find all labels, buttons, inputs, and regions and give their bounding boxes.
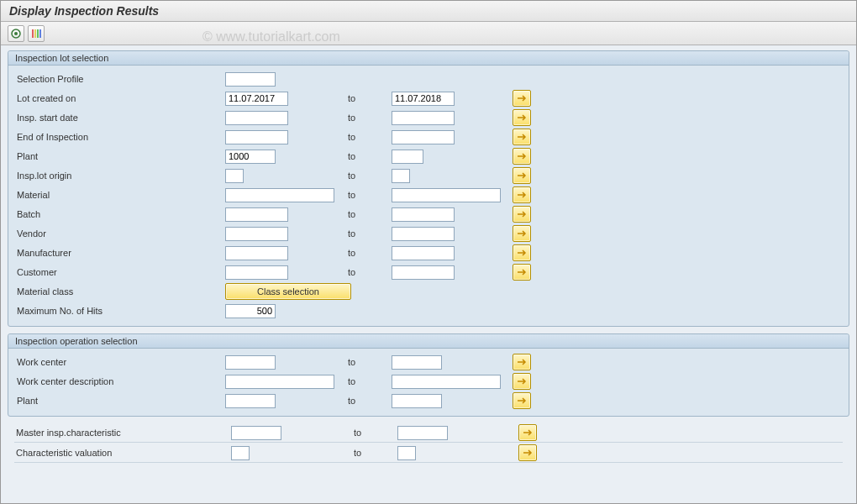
label: Maximum No. of Hits <box>15 306 225 316</box>
char-valuation-from-input[interactable] <box>231 446 250 460</box>
insp-start-from-input[interactable] <box>225 111 288 125</box>
multiple-selection-button[interactable] <box>513 148 531 165</box>
row-customer: Customer to <box>15 263 842 281</box>
to-label: to <box>343 357 392 367</box>
label: Work center description <box>15 376 225 386</box>
selection-profile-input[interactable] <box>225 72 276 87</box>
lot-origin-from-input[interactable] <box>225 169 244 183</box>
flat-rows: Master insp.characteristic to Characteri… <box>8 423 849 463</box>
label: Selection Profile <box>15 74 225 84</box>
to-label: to <box>343 248 392 258</box>
manufacturer-from-input[interactable] <box>225 246 288 260</box>
row-max-hits: Maximum No. of Hits <box>15 302 842 320</box>
group-inspection-lot-selection: Inspection lot selection Selection Profi… <box>8 50 849 327</box>
label: Customer <box>15 267 225 277</box>
row-selection-profile: Selection Profile <box>15 70 842 88</box>
class-selection-button[interactable]: Class selection <box>225 283 351 300</box>
row-end-of-insp: End of Inspection to <box>15 128 842 146</box>
batch-to-input[interactable] <box>392 207 455 222</box>
to-label: to <box>343 228 392 239</box>
label: Material class <box>15 286 225 297</box>
customer-from-input[interactable] <box>225 265 288 280</box>
label: Master insp.characteristic <box>14 428 231 438</box>
multiple-selection-button[interactable] <box>513 167 531 184</box>
lot-created-from-input[interactable] <box>225 92 288 106</box>
row-plant: Plant to <box>15 147 842 165</box>
multiple-selection-button[interactable] <box>513 90 531 107</box>
multiple-selection-button[interactable] <box>518 444 537 461</box>
row-lot-created: Lot created on to <box>15 89 842 108</box>
lot-created-to-input[interactable] <box>392 92 455 106</box>
multiple-selection-button[interactable] <box>513 244 531 261</box>
toolbar <box>1 22 856 45</box>
to-label: to <box>343 190 392 200</box>
multiple-selection-button[interactable] <box>513 264 531 281</box>
end-of-insp-to-input[interactable] <box>392 130 455 144</box>
char-valuation-to-input[interactable] <box>397 446 416 460</box>
multiple-selection-button[interactable] <box>513 373 531 390</box>
row-char-valuation: Characteristic valuation to <box>14 444 843 463</box>
label: Material <box>15 190 225 200</box>
group-title: Inspection operation selection <box>8 334 849 349</box>
execute-button[interactable] <box>8 25 24 42</box>
svg-rect-5 <box>39 29 41 38</box>
plant-from-input[interactable] <box>225 150 276 164</box>
material-from-input[interactable] <box>225 188 334 202</box>
label: Work center <box>15 357 225 367</box>
master-char-from-input[interactable] <box>231 426 281 440</box>
batch-from-input[interactable] <box>225 207 288 222</box>
group-title: Inspection lot selection <box>8 51 849 66</box>
vendor-from-input[interactable] <box>225 227 288 241</box>
end-of-insp-from-input[interactable] <box>225 130 288 144</box>
to-label: to <box>343 396 392 406</box>
multiple-selection-button[interactable] <box>513 109 531 126</box>
multiple-selection-button[interactable] <box>518 424 537 441</box>
work-center-desc-from-input[interactable] <box>225 375 334 389</box>
multiple-selection-button[interactable] <box>513 206 531 223</box>
row-material-class: Material class Class selection <box>15 282 842 301</box>
vendor-to-input[interactable] <box>392 227 455 241</box>
row-master-char: Master insp.characteristic to <box>14 423 843 443</box>
multiple-selection-button[interactable] <box>513 129 531 145</box>
to-label: to <box>343 376 392 386</box>
to-label: to <box>343 151 392 161</box>
page-title: Display Inspection Results <box>1 1 856 22</box>
label: End of Inspection <box>15 132 225 142</box>
insp-start-to-input[interactable] <box>392 111 455 125</box>
customer-to-input[interactable] <box>392 265 455 280</box>
multiple-selection-button[interactable] <box>513 186 531 203</box>
row-lot-origin: Insp.lot origin to <box>15 166 842 185</box>
group-inspection-operation-selection: Inspection operation selection Work cent… <box>8 333 849 417</box>
label: Insp. start date <box>15 113 225 123</box>
label: Vendor <box>15 228 225 239</box>
to-label: to <box>349 428 397 438</box>
label: Batch <box>15 209 225 219</box>
row-batch: Batch to <box>15 205 842 223</box>
window: © www.tutorialkart.com Display Inspectio… <box>0 0 857 504</box>
row-insp-start: Insp. start date to <box>15 108 842 127</box>
work-center-desc-to-input[interactable] <box>392 375 501 389</box>
row-material: Material to <box>15 186 842 204</box>
svg-rect-2 <box>32 29 34 38</box>
lot-origin-to-input[interactable] <box>392 169 410 183</box>
max-hits-input[interactable] <box>225 304 276 318</box>
material-to-input[interactable] <box>392 188 501 202</box>
multiple-selection-button[interactable] <box>513 225 531 242</box>
plant-to-input[interactable] <box>392 150 423 164</box>
label: Characteristic valuation <box>14 448 231 458</box>
row-vendor: Vendor to <box>15 224 842 243</box>
row-plant-2: Plant to <box>15 391 842 410</box>
plant2-from-input[interactable] <box>225 394 276 408</box>
work-center-from-input[interactable] <box>225 355 276 370</box>
multiple-selection-button[interactable] <box>513 392 531 409</box>
multiple-selection-button[interactable] <box>513 354 531 370</box>
variants-button[interactable] <box>28 25 45 42</box>
master-char-to-input[interactable] <box>397 426 448 440</box>
manufacturer-to-input[interactable] <box>392 246 455 260</box>
label: Manufacturer <box>15 248 225 258</box>
label: Plant <box>15 396 225 406</box>
content: Inspection lot selection Selection Profi… <box>1 45 856 504</box>
row-work-center-desc: Work center description to <box>15 372 842 391</box>
plant2-to-input[interactable] <box>392 394 442 408</box>
work-center-to-input[interactable] <box>392 355 442 370</box>
